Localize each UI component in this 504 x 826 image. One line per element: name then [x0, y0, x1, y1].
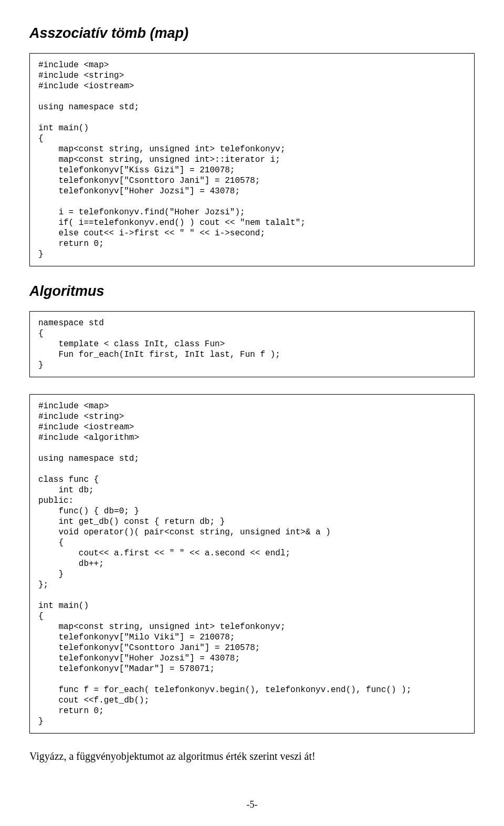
section-heading-algorithm: Algoritmus: [29, 283, 475, 300]
page-body: Asszociatív tömb (map) #include <map> #i…: [0, 0, 504, 821]
code-block-map-example: #include <map> #include <string> #includ…: [29, 53, 475, 266]
caption-text: Vigyázz, a függvényobjektumot az algorit…: [29, 750, 475, 762]
section-heading-map: Asszociatív tömb (map): [29, 25, 475, 42]
code-block-foreach-signature: namespace std { template < class InIt, c…: [29, 311, 475, 377]
page-number: -5-: [29, 799, 475, 810]
code-block-functor-example: #include <map> #include <string> #includ…: [29, 394, 475, 734]
